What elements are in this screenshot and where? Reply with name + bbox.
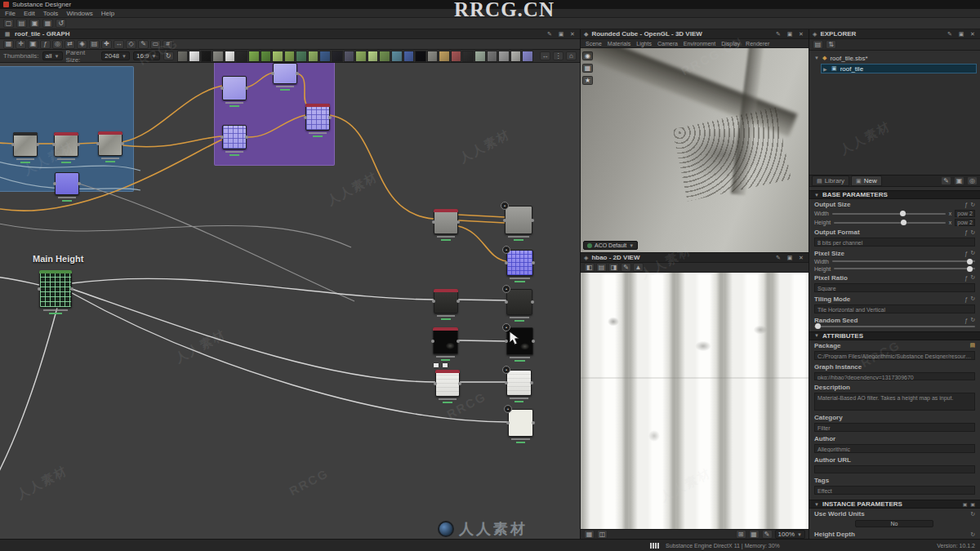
graph-node-4[interactable]	[273, 63, 297, 84]
annotate-icon[interactable]: ✎	[621, 263, 631, 272]
zoom-select[interactable]: 100%▼	[775, 530, 805, 539]
output-thumbnail-6[interactable]	[248, 51, 260, 62]
output-thumbnail-5[interactable]	[236, 51, 247, 62]
chevron-down-icon[interactable]: ▼	[814, 56, 819, 60]
output-thumbnail-8[interactable]	[272, 51, 283, 62]
pixel-grid-icon[interactable]: ▦	[749, 530, 760, 539]
open-file-icon[interactable]: ▤	[16, 19, 27, 28]
tiling-toggle-icon[interactable]: ▦	[584, 530, 595, 539]
open-package-icon[interactable]: ▤	[813, 40, 823, 49]
output-thumbnail-3[interactable]	[212, 51, 224, 62]
graph-node-11[interactable]: •	[506, 250, 533, 276]
section-instance-parameters[interactable]: ▼ INSTANCE PARAMETERS ▣ ▣	[809, 500, 980, 509]
function-icon[interactable]: ƒ	[964, 318, 968, 323]
menu-environment[interactable]: Environment	[684, 41, 715, 47]
section-base-parameters[interactable]: ▼ BASE PARAMETERS	[809, 190, 980, 199]
output-thumbnail-1[interactable]	[189, 51, 200, 62]
frame-tool-icon[interactable]: ▣	[28, 40, 38, 49]
function-icon[interactable]: ƒ	[964, 296, 968, 302]
more-options-icon[interactable]: ⋮	[553, 51, 564, 60]
graph-node-8[interactable]	[39, 270, 72, 308]
menu-materials[interactable]: Materials	[608, 41, 630, 47]
height-mode-select[interactable]: pow 2	[955, 219, 975, 226]
reset-icon[interactable]: ↻	[970, 274, 975, 281]
search-properties-icon[interactable]: ◎	[967, 176, 978, 185]
home-view-icon[interactable]: ⌂	[566, 51, 577, 60]
output-thumbnail-19[interactable]	[403, 51, 415, 62]
refresh-icon[interactable]: ↻	[163, 51, 174, 60]
function-icon[interactable]: ƒ	[964, 251, 968, 256]
edit-panel-icon[interactable]: ✎	[546, 31, 554, 38]
graph-node-0[interactable]	[13, 132, 38, 157]
parent-size-select[interactable]: 2048▼	[101, 51, 130, 60]
grid-snap-icon[interactable]: ▦	[3, 40, 14, 49]
tree-item-package[interactable]: ▼ ◆ roof_tile.sbs*	[813, 53, 977, 63]
reset-icon[interactable]: ↻	[970, 250, 975, 256]
reset-icon[interactable]: ↻	[970, 317, 975, 323]
output-thumbnail-2[interactable]	[201, 51, 212, 62]
pixel-ratio-select[interactable]: Square	[814, 283, 975, 292]
graph-node-3[interactable]	[55, 172, 79, 195]
sort-icon[interactable]: ⇅	[826, 40, 836, 49]
tiling-mode-select[interactable]: Tile Horizontal and Vertical	[814, 304, 975, 313]
random-seed-slider[interactable]	[814, 326, 975, 327]
shape-tool-icon[interactable]: ◇	[126, 40, 136, 49]
menu-camera[interactable]: Camera	[657, 41, 678, 47]
output-thumbnail-13[interactable]	[332, 51, 343, 62]
output-thumbnail-28[interactable]	[510, 51, 522, 62]
output-thumbnail-0[interactable]	[177, 51, 189, 62]
background-toggle-icon[interactable]: ◫	[597, 530, 608, 539]
edit-panel-icon[interactable]: ✎	[946, 31, 954, 38]
output-thumbnail-7[interactable]	[261, 51, 272, 62]
display-mode-icon[interactable]: ▦	[582, 64, 593, 73]
undo-icon[interactable]: ↺	[56, 19, 66, 28]
edit-properties-icon[interactable]: ✎	[941, 176, 951, 185]
comment-tool-icon[interactable]: ▤	[89, 40, 100, 49]
edit-panel-icon[interactable]: ✎	[774, 255, 782, 261]
output-thumbnail-21[interactable]	[427, 51, 439, 62]
graph-canvas[interactable]: Main Height ••••••	[0, 63, 580, 539]
graph-node-14[interactable]	[433, 327, 458, 354]
environment-select[interactable]: ACO Default ▼	[583, 241, 638, 250]
bookmark-icon[interactable]: ★	[582, 76, 593, 85]
edit-tool-icon[interactable]: ✎	[138, 40, 149, 49]
width-mode-select[interactable]: pow 2	[955, 210, 975, 217]
menu-lights[interactable]: Lights	[636, 41, 652, 47]
author-url-field[interactable]	[814, 465, 975, 473]
section-attributes[interactable]: ▼ ATTRIBUTES	[809, 331, 980, 340]
width-slider[interactable]	[832, 213, 946, 215]
reset-icon[interactable]: ↻	[970, 531, 975, 538]
float-panel-icon[interactable]: ▣	[786, 31, 794, 38]
function-icon[interactable]: ƒ	[964, 229, 968, 235]
float-panel-icon[interactable]: ▣	[957, 31, 965, 38]
reset-icon[interactable]: ↻	[970, 295, 975, 302]
play-icon[interactable]: ▲	[633, 263, 644, 272]
split-view-icon[interactable]: ◨	[608, 263, 619, 272]
output-thumbnail-4[interactable]	[225, 51, 236, 62]
tags-field[interactable]: Effect	[814, 486, 975, 495]
output-thumbnail-24[interactable]	[462, 51, 474, 62]
menu-file[interactable]: File	[5, 10, 16, 17]
output-thumbnail-12[interactable]	[319, 51, 331, 62]
menu-scene[interactable]: Scene	[586, 41, 602, 47]
info-edit-icon[interactable]: ✎	[762, 530, 773, 539]
use-world-units-toggle[interactable]: No	[855, 520, 933, 527]
close-panel-icon[interactable]: ✕	[797, 255, 805, 261]
camera-orbit-icon[interactable]: ◉	[582, 51, 593, 60]
fit-width-icon[interactable]: ↔	[114, 40, 124, 49]
output-thumbnail-23[interactable]	[451, 51, 462, 62]
chevron-right-icon[interactable]: ▶	[823, 66, 828, 72]
graph-node-7[interactable]	[305, 104, 330, 131]
reset-icon[interactable]: ↻	[970, 511, 975, 518]
function-tool-icon[interactable]: ƒ	[40, 40, 51, 49]
menu-display[interactable]: Display	[721, 41, 740, 47]
grid-toggle-icon[interactable]: ⊞	[736, 530, 746, 539]
output-thumbnail-25[interactable]	[474, 51, 486, 62]
bake-icon[interactable]: ▣	[970, 501, 975, 507]
graph-node-5[interactable]	[222, 76, 247, 100]
output-thumbnail-14[interactable]	[344, 51, 355, 62]
thumbnails-select[interactable]: all▼	[42, 51, 63, 60]
close-panel-icon[interactable]: ✕	[797, 31, 805, 38]
graph-node-17[interactable]: •	[506, 370, 532, 396]
tab-new[interactable]: ▣ New	[851, 176, 882, 186]
